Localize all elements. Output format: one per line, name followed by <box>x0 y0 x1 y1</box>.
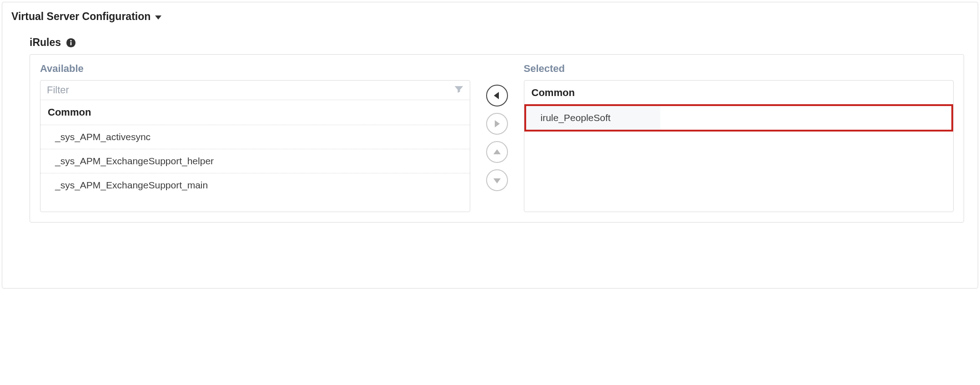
available-listbox: Common _sys_APM_activesync _sys_APM_Exch… <box>40 80 470 212</box>
filter-input[interactable] <box>47 84 454 96</box>
info-icon[interactable] <box>65 37 76 48</box>
move-up-button[interactable] <box>486 141 508 163</box>
filter-row <box>40 81 470 100</box>
config-panel: Virtual Server Configuration iRules Avai… <box>2 2 978 289</box>
arrow-up-icon <box>493 149 501 154</box>
transfer-panel: Available Common _sys_APM_activesync _sy… <box>30 54 964 223</box>
available-column: Available Common _sys_APM_activesync _sy… <box>40 63 470 212</box>
selected-group-header: Common <box>524 81 954 105</box>
section-title-text: Virtual Server Configuration <box>11 10 151 23</box>
selected-column: Selected Common irule_PeopleSoft <box>524 63 954 212</box>
section-body: iRules Available Common _sys_APM_activ <box>30 36 964 223</box>
available-title: Available <box>40 63 470 75</box>
selected-item[interactable]: irule_PeopleSoft <box>526 106 660 130</box>
move-right-button[interactable] <box>486 113 508 135</box>
svg-rect-1 <box>70 42 72 45</box>
irules-label-text: iRules <box>30 36 61 49</box>
caret-down-icon <box>155 15 161 20</box>
move-left-button[interactable] <box>486 85 508 106</box>
available-item[interactable]: _sys_APM_ExchangeSupport_helper <box>40 149 470 173</box>
move-down-button[interactable] <box>486 169 508 191</box>
available-item[interactable]: _sys_APM_ExchangeSupport_main <box>40 173 470 197</box>
section-header-toggle[interactable]: Virtual Server Configuration <box>11 10 969 23</box>
svg-point-2 <box>70 40 71 41</box>
available-group-header: Common <box>40 100 470 125</box>
irules-label: iRules <box>30 36 964 49</box>
arrow-left-icon <box>494 92 499 99</box>
filter-icon[interactable] <box>454 85 463 96</box>
selected-title: Selected <box>524 63 954 75</box>
transfer-controls <box>481 63 513 212</box>
arrow-down-icon <box>493 178 501 183</box>
selected-listbox: Common irule_PeopleSoft <box>524 80 954 212</box>
available-item[interactable]: _sys_APM_activesync <box>40 125 470 149</box>
arrow-right-icon <box>495 120 500 127</box>
highlighted-selection: irule_PeopleSoft <box>524 104 954 132</box>
